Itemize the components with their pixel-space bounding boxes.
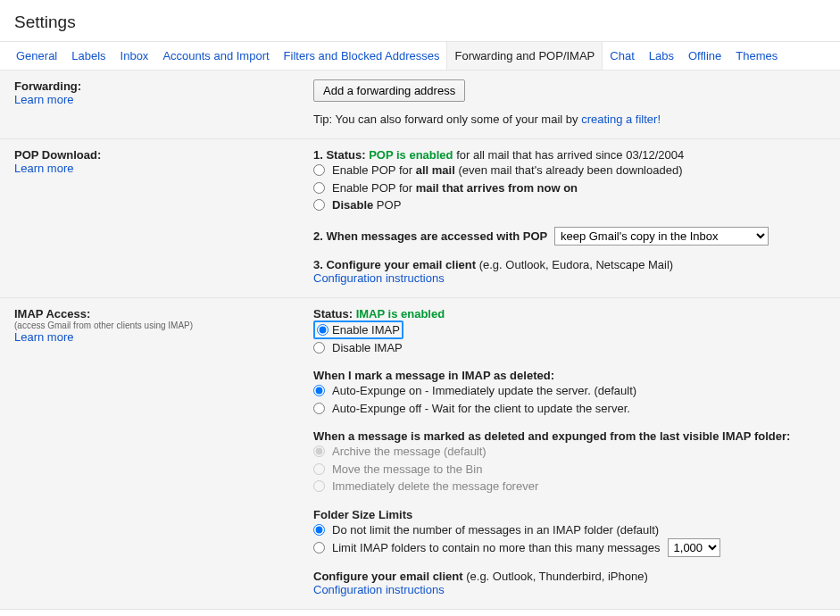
imap-delete-forever-radio bbox=[313, 480, 325, 492]
tab-chat[interactable]: Chat bbox=[603, 42, 641, 70]
pop-access-heading: 2. When messages are accessed with POP bbox=[313, 229, 547, 243]
button-row: Save Changes Cancel bbox=[0, 610, 840, 616]
pop-heading: POP Download: bbox=[14, 148, 313, 162]
imap-move-bin-row: Move the message to the Bin bbox=[313, 461, 826, 479]
pop-option-label: Enable POP for mail that arrives from no… bbox=[332, 179, 578, 197]
imap-section: IMAP Access: (access Gmail from other cl… bbox=[0, 298, 840, 611]
imap-option-label: Move the message to the Bin bbox=[332, 461, 482, 479]
pop-configuration-instructions-link[interactable]: Configuration instructions bbox=[313, 271, 445, 285]
tab-general[interactable]: General bbox=[9, 42, 64, 70]
tab-forwarding-and-pop-imap[interactable]: Forwarding and POP/IMAP bbox=[446, 42, 603, 70]
imap-status-line: Status: IMAP is enabled bbox=[313, 307, 826, 320]
imap-nolimit-radio[interactable] bbox=[313, 524, 325, 536]
pop-status-enabled: POP is enabled bbox=[369, 148, 453, 162]
pop-access-select[interactable]: keep Gmail's copy in the Inbox bbox=[554, 227, 769, 246]
imap-configuration-instructions-link[interactable]: Configuration instructions bbox=[313, 583, 445, 596]
imap-expunge-heading: When a message is marked as deleted and … bbox=[313, 429, 790, 443]
imap-option-label: Immediately delete the message forever bbox=[332, 478, 538, 495]
imap-autoexpunge-off-row[interactable]: Auto-Expunge off - Wait for the client t… bbox=[313, 400, 826, 418]
imap-move-bin-radio bbox=[313, 463, 325, 475]
imap-limit-row[interactable]: Limit IMAP folders to contain no more th… bbox=[313, 538, 826, 557]
imap-status-label: Status: bbox=[313, 307, 356, 320]
imap-disable-radio[interactable] bbox=[313, 342, 325, 354]
imap-archive-radio bbox=[313, 445, 325, 457]
forwarding-learn-more-link[interactable]: Learn more bbox=[14, 93, 313, 106]
imap-option-label: Auto-Expunge on - Immediately update the… bbox=[332, 382, 636, 400]
tab-labs[interactable]: Labs bbox=[642, 42, 681, 70]
pop-enable-now-on-row[interactable]: Enable POP for mail that arrives from no… bbox=[313, 179, 826, 197]
pop-learn-more-link[interactable]: Learn more bbox=[14, 162, 313, 175]
pop-section: POP Download: Learn more 1. Status: POP … bbox=[0, 139, 840, 298]
imap-enable-radio[interactable] bbox=[317, 324, 329, 336]
pop-enable-all-mail-row[interactable]: Enable POP for all mail (even mail that'… bbox=[313, 162, 826, 179]
imap-enable-label: Enable IMAP bbox=[332, 323, 400, 337]
pop-enable-now-on-radio[interactable] bbox=[313, 182, 325, 194]
forwarding-tip-text: Tip: You can also forward only some of y… bbox=[313, 112, 581, 126]
pop-enable-all-mail-radio[interactable] bbox=[313, 164, 325, 176]
pop-status-prefix: 1. Status: bbox=[313, 148, 369, 162]
imap-option-label: Limit IMAP folders to contain no more th… bbox=[332, 539, 661, 557]
add-forwarding-address-button[interactable]: Add a forwarding address bbox=[313, 79, 465, 102]
imap-option-label: Do not limit the number of messages in a… bbox=[332, 521, 659, 539]
imap-status-enabled: IMAP is enabled bbox=[356, 307, 445, 320]
pop-configure-heading: 3. Configure your email client (e.g. Out… bbox=[313, 258, 673, 271]
settings-content: Forwarding: Learn more Add a forwarding … bbox=[0, 71, 840, 610]
tab-labels[interactable]: Labels bbox=[64, 42, 112, 70]
imap-learn-more-link[interactable]: Learn more bbox=[14, 330, 313, 344]
imap-limit-radio[interactable] bbox=[313, 542, 325, 554]
forwarding-heading: Forwarding: bbox=[14, 79, 313, 93]
pop-option-label: Disable POP bbox=[332, 196, 401, 214]
forwarding-tip: Tip: You can also forward only some of y… bbox=[313, 112, 826, 126]
forwarding-section: Forwarding: Learn more Add a forwarding … bbox=[0, 71, 840, 139]
pop-disable-row[interactable]: Disable POP bbox=[313, 196, 826, 214]
imap-limit-select[interactable]: 1,000 bbox=[668, 538, 720, 557]
tab-offline[interactable]: Offline bbox=[681, 42, 728, 70]
imap-autoexpunge-on-radio[interactable] bbox=[313, 385, 325, 396]
tab-inbox[interactable]: Inbox bbox=[113, 42, 156, 70]
imap-disable-label: Disable IMAP bbox=[332, 339, 403, 357]
imap-disable-row[interactable]: Disable IMAP bbox=[313, 339, 826, 357]
imap-autoexpunge-off-radio[interactable] bbox=[313, 403, 325, 414]
pop-disable-radio[interactable] bbox=[313, 199, 325, 211]
pop-status-line: 1. Status: POP is enabled for all mail t… bbox=[313, 148, 826, 162]
imap-folder-heading: Folder Size Limits bbox=[313, 508, 412, 521]
imap-enable-highlight: Enable IMAP bbox=[313, 320, 403, 339]
tab-accounts-and-import[interactable]: Accounts and Import bbox=[155, 42, 276, 70]
pop-option-label: Enable POP for all mail (even mail that'… bbox=[332, 162, 683, 179]
imap-nolimit-row[interactable]: Do not limit the number of messages in a… bbox=[313, 521, 826, 539]
imap-option-label: Auto-Expunge off - Wait for the client t… bbox=[332, 400, 630, 418]
tab-filters-and-blocked-addresses[interactable]: Filters and Blocked Addresses bbox=[277, 42, 447, 70]
imap-mark-heading: When I mark a message in IMAP as deleted… bbox=[313, 369, 554, 382]
imap-delete-forever-row: Immediately delete the message forever bbox=[313, 478, 826, 495]
settings-tabs: GeneralLabelsInboxAccounts and ImportFil… bbox=[0, 41, 840, 71]
tab-themes[interactable]: Themes bbox=[728, 42, 785, 70]
imap-autoexpunge-on-row[interactable]: Auto-Expunge on - Immediately update the… bbox=[313, 382, 826, 400]
imap-configure-heading: Configure your email client (e.g. Outloo… bbox=[313, 570, 648, 583]
imap-archive-row: Archive the message (default) bbox=[313, 443, 826, 461]
pop-status-suffix: for all mail that has arrived since 03/1… bbox=[453, 148, 685, 162]
imap-option-label: Archive the message (default) bbox=[332, 443, 487, 461]
imap-heading: IMAP Access: bbox=[14, 307, 313, 320]
imap-subnote: (access Gmail from other clients using I… bbox=[14, 320, 313, 330]
creating-filter-link[interactable]: creating a filter! bbox=[581, 112, 661, 126]
page-title: Settings bbox=[0, 0, 840, 41]
